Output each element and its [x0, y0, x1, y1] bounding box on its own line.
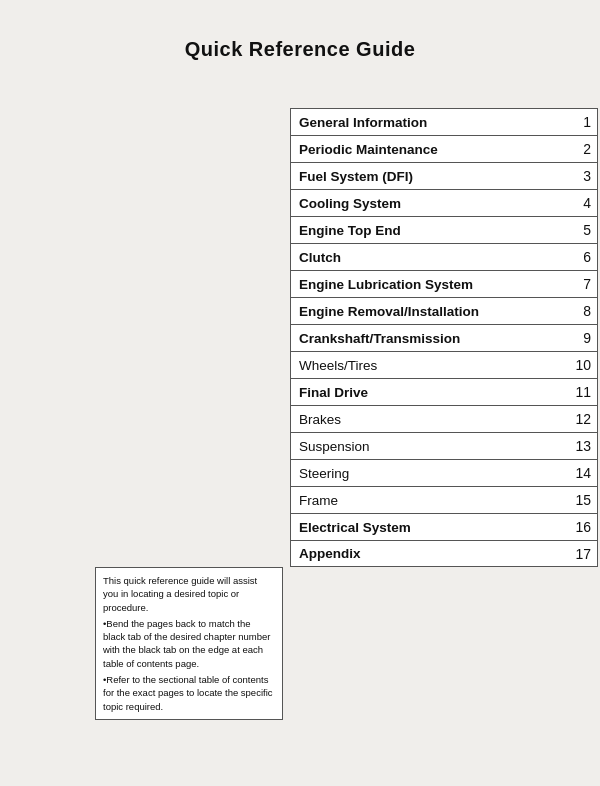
toc-row[interactable]: Steering14: [290, 459, 598, 486]
toc-number: 13: [571, 438, 591, 454]
toc-label: Brakes: [299, 412, 571, 427]
toc-number: 7: [571, 276, 591, 292]
toc-label: Wheels/Tires: [299, 358, 571, 373]
toc-row[interactable]: Crankshaft/Transmission9: [290, 324, 598, 351]
note-line1: This quick reference guide will assist y…: [103, 574, 275, 614]
page-title: Quick Reference Guide: [0, 0, 600, 79]
toc-number: 2: [571, 141, 591, 157]
toc-label: Electrical System: [299, 520, 571, 535]
toc-row[interactable]: Engine Removal/Installation8: [290, 297, 598, 324]
toc-label: Engine Removal/Installation: [299, 304, 571, 319]
toc-label: Cooling System: [299, 196, 571, 211]
note-line2: •Bend the pages back to match the black …: [103, 617, 275, 670]
toc-label: Clutch: [299, 250, 571, 265]
page: Quick Reference Guide General Informatio…: [0, 0, 600, 786]
toc-number: 17: [571, 546, 591, 562]
toc-number: 1: [571, 114, 591, 130]
toc-number: 4: [571, 195, 591, 211]
toc-row[interactable]: Cooling System4: [290, 189, 598, 216]
toc-row[interactable]: Brakes12: [290, 405, 598, 432]
toc-row[interactable]: Suspension13: [290, 432, 598, 459]
toc-number: 6: [571, 249, 591, 265]
toc-number: 8: [571, 303, 591, 319]
toc-number: 3: [571, 168, 591, 184]
note-box: This quick reference guide will assist y…: [95, 567, 283, 720]
toc-row[interactable]: Fuel System (DFI)3: [290, 162, 598, 189]
toc-label: Frame: [299, 493, 571, 508]
toc-row[interactable]: Frame15: [290, 486, 598, 513]
toc-label: Periodic Maintenance: [299, 142, 571, 157]
toc-row[interactable]: Electrical System16: [290, 513, 598, 540]
toc-row[interactable]: Clutch6: [290, 243, 598, 270]
toc-number: 12: [571, 411, 591, 427]
toc-row[interactable]: Appendix17: [290, 540, 598, 567]
toc-number: 15: [571, 492, 591, 508]
toc-label: Crankshaft/Transmission: [299, 331, 571, 346]
toc-label: Suspension: [299, 439, 571, 454]
note-line3: •Refer to the sectional table of content…: [103, 673, 275, 713]
toc-label: Fuel System (DFI): [299, 169, 571, 184]
toc-number: 16: [571, 519, 591, 535]
toc-row[interactable]: Periodic Maintenance2: [290, 135, 598, 162]
toc-number: 5: [571, 222, 591, 238]
toc-row[interactable]: General Information1: [290, 108, 598, 135]
toc-label: Engine Lubrication System: [299, 277, 571, 292]
toc-label: Steering: [299, 466, 571, 481]
toc-row[interactable]: Engine Lubrication System7: [290, 270, 598, 297]
toc-container: General Information1Periodic Maintenance…: [290, 108, 598, 567]
toc-number: 9: [571, 330, 591, 346]
toc-label: Final Drive: [299, 385, 571, 400]
toc-number: 10: [571, 357, 591, 373]
toc-label: Engine Top End: [299, 223, 571, 238]
toc-number: 11: [571, 384, 591, 400]
toc-row[interactable]: Wheels/Tires10: [290, 351, 598, 378]
toc-row[interactable]: Final Drive11: [290, 378, 598, 405]
toc-number: 14: [571, 465, 591, 481]
toc-row[interactable]: Engine Top End5: [290, 216, 598, 243]
toc-label: Appendix: [299, 546, 571, 561]
toc-label: General Information: [299, 115, 571, 130]
